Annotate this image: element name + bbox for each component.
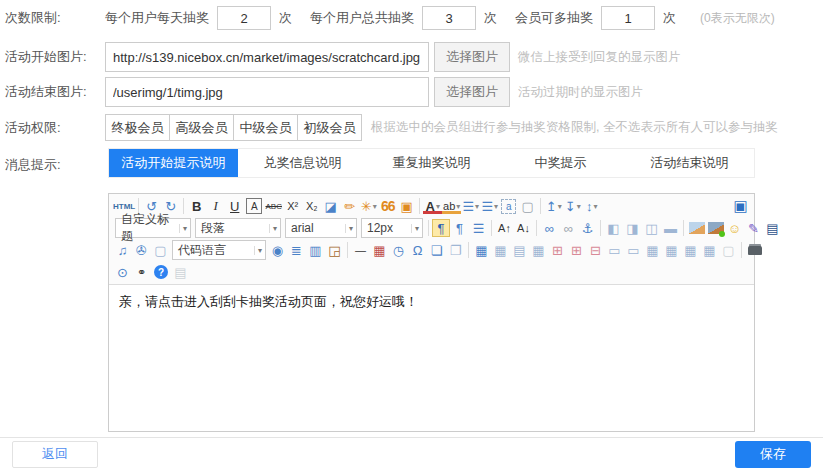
message-tab-1[interactable]: 兑奖信息说明 [238, 149, 367, 177]
format-doc-icon[interactable]: ≣ [287, 241, 306, 260]
paragraph-select[interactable]: 段落▾ [195, 218, 281, 238]
anchor-icon[interactable]: a [501, 199, 516, 214]
search-replace-icon[interactable]: ⚭ [132, 263, 151, 282]
member-level-option-2[interactable]: 中级会员 [233, 115, 297, 140]
insert-title-icon[interactable]: ▣ [397, 197, 416, 216]
insert-frame-icon[interactable]: ▢ [151, 241, 170, 260]
unlink-icon[interactable]: ∞ [559, 219, 578, 238]
total-draw-limit-unit: 次 [484, 9, 497, 27]
link-icon[interactable]: ∞ [540, 219, 559, 238]
image-inline-icon[interactable]: ▬ [661, 219, 680, 238]
message-tab-3[interactable]: 中奖提示 [496, 149, 625, 177]
image-align-left-icon[interactable]: ◧ [604, 219, 623, 238]
message-tab-2[interactable]: 重复抽奖说明 [367, 149, 496, 177]
merge-right-icon[interactable]: ▭ [605, 241, 624, 260]
time-icon[interactable]: ◷ [389, 241, 408, 260]
insert-picture-icon[interactable] [687, 219, 706, 238]
insert-table-icon[interactable]: ▦ [472, 241, 491, 260]
print-icon[interactable] [745, 241, 764, 260]
gmap-icon[interactable]: ❐ [446, 241, 465, 260]
autotypeset-icon[interactable]: ✳▾ [359, 197, 378, 216]
split-cells-icon[interactable]: ▦ [700, 241, 719, 260]
merge-down-icon[interactable]: ▭ [624, 241, 643, 260]
indent-icon[interactable]: ☰ [469, 219, 488, 238]
help-icon[interactable]: ? [154, 265, 168, 279]
table-title-icon[interactable]: ▤ [510, 241, 529, 260]
delete-table-icon[interactable]: ▦ [491, 241, 510, 260]
font-color-icon[interactable]: A▾ [423, 198, 442, 214]
music-icon[interactable]: ♫ [113, 241, 132, 260]
insert-anchor-icon[interactable]: ⚓ [578, 219, 597, 238]
code-language-select[interactable]: 代码语言▾ [172, 240, 266, 260]
insert-code-icon[interactable]: ◉ [268, 241, 287, 260]
date-icon[interactable]: ▦ [370, 241, 389, 260]
subscript-icon[interactable]: X₂ [302, 197, 321, 216]
total-draw-limit-input[interactable] [422, 6, 476, 30]
insert-template-icon[interactable]: ▥ [306, 241, 325, 260]
highlight-color-icon[interactable]: ab▾ [442, 198, 461, 214]
indent-first-line-icon[interactable]: ↥▾ [544, 197, 563, 216]
font-family-select[interactable]: arial▾ [285, 218, 357, 238]
end-image-pick-button[interactable]: 选择图片 [434, 77, 510, 107]
blank-doc-icon[interactable]: ▢ [518, 197, 537, 216]
entab-icon[interactable]: ¶ [432, 219, 450, 237]
start-image-url-input[interactable] [105, 42, 429, 72]
horizontal-rule-icon[interactable]: — [351, 241, 370, 260]
font-border-icon[interactable]: A [246, 198, 262, 214]
message-tab-0[interactable]: 活动开始提示说明 [109, 149, 238, 177]
insert-col-icon[interactable]: ⊞ [567, 241, 586, 260]
unordered-list-icon[interactable]: ☰▾ [480, 197, 499, 216]
detab-icon[interactable]: ¶ [450, 219, 469, 238]
font-decrease-icon[interactable]: A↓ [514, 219, 533, 238]
italic-icon[interactable]: I [206, 197, 225, 216]
image-center-icon[interactable]: ◫ [642, 219, 661, 238]
snapscreen-icon[interactable]: ◲ [325, 241, 344, 260]
limits-row: 次数限制: 每个用户每天抽奖次每个用户总共抽奖次会员可多抽奖次 (0表示无限次) [5, 5, 823, 31]
line-spacing-icon[interactable]: ↕▾ [582, 197, 601, 216]
daily-draw-limit-input[interactable] [217, 6, 271, 30]
bold-icon[interactable]: B [187, 197, 206, 216]
message-tab-4[interactable]: 活动结束说明 [625, 149, 754, 177]
font-size-select[interactable]: 12px▾ [361, 218, 423, 238]
start-image-pick-button[interactable]: 选择图片 [434, 42, 510, 72]
toolbar-separator [683, 220, 684, 236]
map-icon[interactable]: ❏ [427, 241, 446, 260]
special-char-icon[interactable]: Ω [408, 241, 427, 260]
fullscreen-icon[interactable]: ▣ [731, 197, 750, 216]
delete-row-icon[interactable]: ⊟ [586, 241, 605, 260]
ordered-list-icon[interactable]: ☰▾ [461, 197, 480, 216]
member-extra-draw-input[interactable] [601, 6, 655, 30]
end-image-url-input[interactable] [105, 77, 429, 107]
underline-icon[interactable]: U [225, 197, 244, 216]
save-button[interactable]: 保存 [735, 441, 811, 468]
page-doc-icon[interactable]: ▢ [719, 241, 738, 260]
upload-picture-icon[interactable] [706, 219, 725, 238]
split-col-icon[interactable]: ▦ [681, 241, 700, 260]
clipboard-icon[interactable]: ▤ [171, 263, 190, 282]
insert-video-icon[interactable]: ▤ [763, 219, 782, 238]
member-level-option-0[interactable]: 终极会员 [106, 115, 169, 140]
blockquote-icon[interactable]: 66 [378, 197, 397, 216]
custom-title-select[interactable]: 自定义标题▾ [115, 218, 191, 238]
member-level-option-1[interactable]: 高级会员 [169, 115, 233, 140]
chevron-down-icon: ▾ [436, 202, 440, 211]
total-draw-limit-label: 每个用户总共抽奖 [310, 9, 414, 27]
emotion-icon[interactable]: ☺ [725, 219, 744, 238]
preview-icon[interactable]: ⊙ [113, 263, 132, 282]
insert-row-icon[interactable]: ⊞ [548, 241, 567, 260]
scrawl-icon[interactable]: ✎ [744, 219, 763, 238]
clear-format-icon[interactable]: ✏ [340, 197, 359, 216]
strikethrough-icon[interactable]: ABC [264, 197, 283, 216]
back-button[interactable]: 返回 [12, 441, 98, 468]
superscript-icon[interactable]: X² [283, 197, 302, 216]
merge-cells-icon[interactable]: ▦ [643, 241, 662, 260]
editor-content[interactable]: 亲，请点击进入刮刮卡抽奖活动页面，祝您好运哦！ [109, 285, 754, 447]
font-increase-icon[interactable]: A↑ [495, 219, 514, 238]
row-spacing-icon[interactable]: ↧▾ [563, 197, 582, 216]
split-row-icon[interactable]: ▦ [662, 241, 681, 260]
table-header-icon[interactable]: ▦ [529, 241, 548, 260]
image-align-right-icon[interactable]: ◨ [623, 219, 642, 238]
attachment-icon[interactable]: ✇ [132, 241, 151, 260]
eraser-icon[interactable]: ◪ [321, 197, 340, 216]
member-level-option-3[interactable]: 初级会员 [297, 115, 361, 140]
